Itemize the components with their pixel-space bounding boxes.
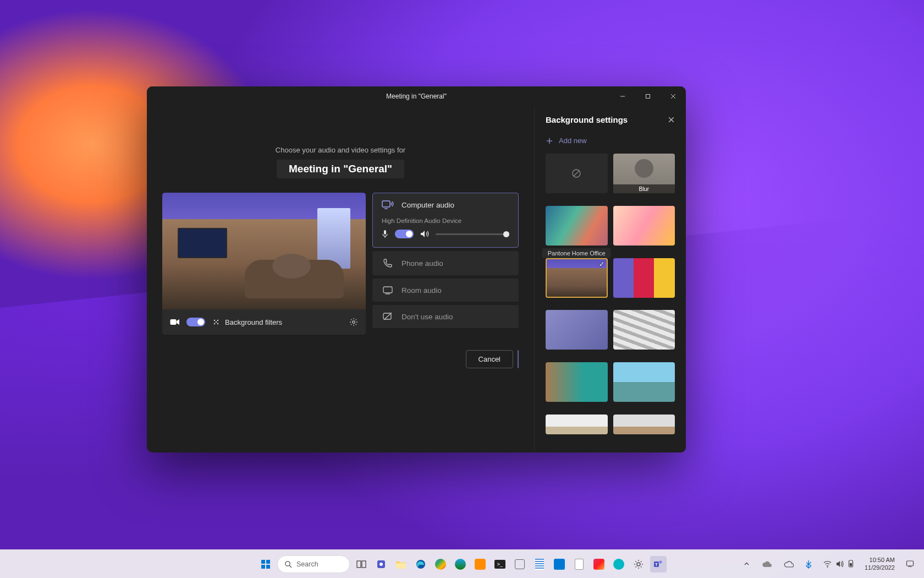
task-view-button[interactable] [353, 556, 370, 572]
svg-point-8 [217, 323, 218, 324]
svg-point-10 [353, 321, 355, 323]
background-tile[interactable] [546, 362, 608, 402]
svg-line-27 [289, 565, 292, 568]
taskbar-app[interactable] [531, 556, 548, 572]
background-tile[interactable] [546, 415, 608, 434]
background-settings-panel: Background settings Add new [535, 106, 686, 452]
cancel-button[interactable]: Cancel [466, 350, 513, 368]
camera-toggle[interactable] [186, 318, 205, 326]
audio-option-phone[interactable]: Phone audio [372, 251, 519, 275]
taskbar-app[interactable] [591, 556, 607, 572]
background-tile-none[interactable] [546, 154, 608, 193]
svg-point-34 [637, 563, 640, 566]
filters-icon [212, 318, 221, 326]
taskbar-search[interactable]: Search [277, 555, 350, 573]
background-tile[interactable] [613, 258, 675, 298]
background-tile[interactable] [546, 206, 608, 246]
background-tile[interactable] [613, 362, 675, 402]
close-button[interactable] [661, 86, 686, 106]
background-tile[interactable] [613, 415, 675, 434]
svg-rect-23 [266, 560, 270, 564]
svg-point-9 [216, 321, 217, 323]
notifications-button[interactable] [901, 560, 919, 568]
svg-point-5 [214, 320, 215, 321]
plus-icon [546, 137, 553, 145]
volume-slider[interactable] [436, 233, 509, 235]
background-tile[interactable] [613, 206, 675, 246]
computer-audio-label: Computer audio [402, 201, 454, 209]
maximize-button[interactable] [635, 86, 661, 106]
background-tile-blur[interactable]: Blur [613, 154, 675, 193]
audio-option-computer[interactable]: Computer audio High Definition Audio Dev… [372, 193, 519, 248]
background-tile-tooltip: Pantone Home Office [542, 248, 611, 258]
tray-cloud-icon[interactable] [779, 561, 798, 568]
svg-rect-29 [362, 561, 366, 568]
taskbar-app[interactable] [472, 556, 488, 572]
camera-icon [170, 318, 180, 326]
computer-audio-icon [382, 200, 394, 210]
clock-time: 10:50 AM [865, 557, 895, 564]
background-tile-pantone-home-office[interactable]: Pantone Home Office ✓ [546, 258, 608, 298]
svg-rect-11 [382, 201, 390, 207]
tray-network-wifi-volume[interactable] [819, 560, 858, 568]
device-settings-button[interactable] [349, 318, 358, 326]
svg-rect-24 [261, 565, 265, 569]
prompt-text: Choose your audio and video settings for [276, 146, 405, 154]
taskbar-clock[interactable]: 10:50 AM 11/29/2022 [861, 557, 898, 572]
search-placeholder: Search [296, 560, 318, 568]
taskbar-app[interactable] [452, 556, 469, 572]
preview-toolbar: Background filters [162, 309, 366, 335]
svg-point-26 [285, 561, 290, 565]
background-settings-title: Background settings [546, 115, 628, 124]
taskbar-app-settings[interactable] [630, 556, 647, 572]
svg-point-38 [827, 566, 828, 568]
tray-bluetooth-icon[interactable] [801, 560, 816, 569]
audio-option-none[interactable]: Don't use audio [372, 305, 519, 328]
desktop: Meeting in "General" Choose your audio a… [0, 0, 924, 578]
svg-rect-1 [646, 95, 650, 99]
taskbar-app[interactable] [610, 556, 627, 572]
taskbar-app[interactable] [571, 556, 587, 572]
taskbar-app[interactable] [432, 556, 449, 572]
room-audio-icon [382, 286, 394, 295]
taskbar-app[interactable] [551, 556, 568, 572]
start-button[interactable] [257, 556, 274, 572]
background-settings-close[interactable] [668, 116, 675, 123]
prejoin-main: Choose your audio and video settings for… [147, 106, 535, 452]
taskbar-app-chat[interactable] [373, 556, 389, 572]
svg-point-31 [380, 563, 383, 566]
check-icon: ✓ [599, 260, 604, 268]
taskbar-app-terminal[interactable]: >_ [492, 556, 508, 572]
teams-prejoin-window: Meeting in "General" Choose your audio a… [147, 86, 686, 452]
add-new-label: Add new [559, 137, 587, 145]
microphone-toggle[interactable] [395, 230, 414, 238]
room-audio-label: Room audio [402, 286, 442, 295]
taskbar: Search >_ T [0, 549, 924, 578]
taskbar-app[interactable] [512, 556, 528, 572]
search-icon [284, 560, 292, 568]
no-audio-icon [382, 312, 394, 321]
meeting-name-input[interactable]: Meeting in "General" [277, 160, 404, 178]
background-filters-button[interactable]: Background filters [212, 318, 282, 326]
svg-line-15 [384, 313, 392, 320]
tray-chevron[interactable] [739, 561, 754, 567]
taskbar-app-teams[interactable]: T [650, 556, 667, 572]
phone-audio-label: Phone audio [402, 259, 443, 268]
add-new-background-button[interactable]: Add new [535, 132, 686, 154]
svg-rect-4 [170, 319, 177, 325]
background-tile[interactable] [546, 310, 608, 350]
svg-point-37 [659, 560, 662, 563]
svg-point-7 [214, 323, 215, 324]
join-button-edge[interactable] [518, 350, 519, 368]
speaker-icon [420, 230, 429, 238]
taskbar-app-explorer[interactable] [393, 556, 409, 572]
taskbar-app-edge[interactable] [413, 556, 429, 572]
window-title: Meeting in "General" [386, 92, 447, 100]
background-filters-label: Background filters [225, 318, 282, 326]
phone-audio-icon [382, 258, 394, 268]
minimize-button[interactable] [610, 86, 635, 106]
audio-option-room[interactable]: Room audio [372, 279, 519, 302]
svg-rect-28 [357, 561, 361, 568]
background-tile[interactable] [613, 310, 675, 350]
tray-onedrive-icon[interactable] [757, 561, 776, 568]
